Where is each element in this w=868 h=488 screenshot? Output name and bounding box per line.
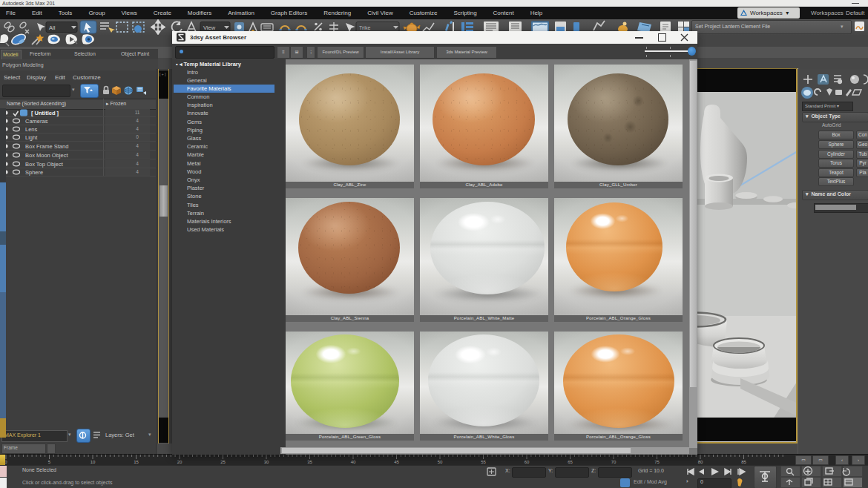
svg-text:Cameras: Cameras [25, 118, 48, 125]
svg-text:Box Top Object: Box Top Object [25, 161, 64, 168]
svg-text:4: 4 [136, 126, 139, 131]
svg-text:60: 60 [525, 460, 530, 464]
svg-text:Trike: Trike [359, 25, 370, 30]
svg-text:Box Frame Stand: Box Frame Stand [25, 143, 68, 150]
svg-text:10: 10 [91, 460, 96, 464]
svg-text:65: 65 [568, 460, 573, 464]
svg-text:15: 15 [134, 460, 139, 464]
svg-text:11: 11 [135, 110, 140, 115]
svg-text:50: 50 [438, 460, 443, 464]
svg-text:80: 80 [698, 460, 703, 464]
svg-text:[ Untitled ]: [ Untitled ] [31, 110, 59, 116]
svg-text:30: 30 [264, 460, 269, 464]
svg-text:35: 35 [307, 460, 312, 464]
svg-text:55: 55 [481, 460, 486, 464]
svg-text:Box Moon Object: Box Moon Object [25, 152, 68, 159]
svg-text:4: 4 [136, 161, 139, 166]
svg-text:40: 40 [351, 460, 356, 464]
svg-text:20: 20 [177, 460, 183, 464]
svg-text:4: 4 [136, 152, 139, 157]
svg-text:View: View [203, 24, 216, 31]
svg-text:85: 85 [741, 460, 746, 464]
svg-text:4: 4 [136, 169, 139, 174]
svg-text:25: 25 [220, 460, 226, 464]
svg-text:0: 0 [136, 134, 139, 139]
svg-text:Sphere: Sphere [25, 169, 43, 176]
svg-text:4: 4 [136, 143, 139, 148]
svg-text:Light: Light [25, 134, 38, 141]
svg-text:70: 70 [611, 460, 617, 464]
svg-text:All: All [49, 24, 56, 31]
svg-text:45: 45 [394, 460, 399, 464]
svg-text:Lens: Lens [25, 126, 38, 133]
svg-text:5: 5 [48, 460, 51, 464]
svg-text:75: 75 [654, 460, 660, 464]
svg-text:4: 4 [136, 118, 139, 123]
